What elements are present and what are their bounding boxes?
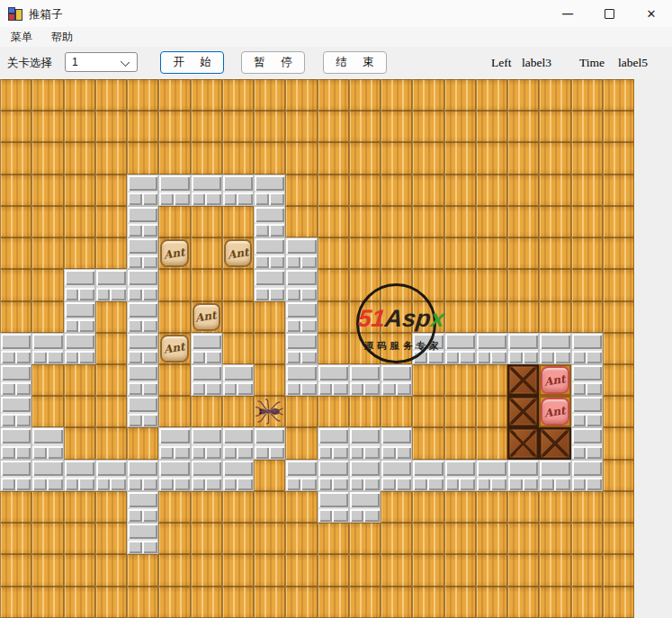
- floor-tile: [95, 554, 127, 586]
- floor-tile: [539, 269, 570, 300]
- floor-tile: [318, 554, 349, 586]
- floor-tile: [254, 333, 285, 364]
- floor-tile: [191, 206, 222, 237]
- wall-tile: [539, 460, 570, 491]
- floor-tile: [95, 237, 127, 269]
- floor-tile: [318, 206, 349, 237]
- wall-tile: [285, 237, 317, 269]
- wall-tile: [127, 301, 158, 333]
- floor-tile: [571, 79, 603, 111]
- floor-tile: [349, 523, 381, 554]
- floor-tile: [0, 175, 31, 206]
- floor-tile: [507, 237, 539, 269]
- floor-tile: [95, 396, 127, 427]
- floor-tile: [31, 79, 63, 111]
- floor-tile: [31, 587, 63, 618]
- maximize-button[interactable]: [588, 0, 630, 27]
- floor-tile: [95, 142, 127, 174]
- floor-tile: [222, 142, 254, 174]
- floor-tile: [95, 206, 127, 237]
- menu-item-main[interactable]: 菜单: [3, 27, 40, 48]
- floor-tile: [603, 142, 634, 174]
- wall-tile: [64, 301, 95, 333]
- game-board[interactable]: AntAntAntAntAnt Ant: [0, 79, 634, 618]
- floor-tile: [444, 396, 476, 427]
- wall-tile: [127, 206, 158, 237]
- floor-tile: [539, 142, 570, 174]
- floor-tile: [507, 175, 539, 206]
- wall-tile: [254, 427, 285, 459]
- floor-tile: [254, 523, 285, 554]
- close-button[interactable]: ✕: [631, 0, 672, 27]
- wall-tile: [285, 460, 317, 491]
- floor-tile: [476, 491, 507, 523]
- floor-tile: [31, 269, 63, 300]
- icon-blue-square: [8, 7, 15, 13]
- wall-tile: [412, 333, 444, 364]
- floor-tile: [158, 587, 190, 618]
- wall-tile: [95, 460, 127, 491]
- floor-tile: [539, 491, 570, 523]
- title-bar[interactable]: 推箱子 — ✕: [0, 0, 672, 27]
- floor-tile: [539, 587, 570, 618]
- level-select-dropdown[interactable]: 1: [65, 52, 138, 72]
- floor-tile: [349, 554, 381, 586]
- floor-tile: [318, 175, 349, 206]
- floor-tile: [191, 142, 222, 174]
- floor-tile: [507, 79, 539, 111]
- floor-tile: [0, 142, 31, 174]
- floor-tile: [222, 111, 254, 142]
- floor-tile: [412, 364, 444, 396]
- floor-tile: [381, 79, 412, 111]
- goal-crate-tile: [507, 396, 539, 427]
- floor-tile: [254, 491, 285, 523]
- floor-tile: [603, 587, 634, 618]
- floor-tile: [603, 427, 634, 459]
- floor-tile: [31, 396, 63, 427]
- floor-tile: [571, 554, 603, 586]
- stop-button[interactable]: 结 束: [323, 51, 387, 74]
- floor-tile: [95, 301, 127, 333]
- chevron-down-icon: [121, 58, 130, 67]
- floor-tile: [0, 237, 31, 269]
- menu-item-help[interactable]: 帮助: [43, 27, 81, 48]
- floor-tile: [0, 206, 31, 237]
- floor-tile: [412, 554, 444, 586]
- floor-tile: [254, 111, 285, 142]
- minimize-button[interactable]: —: [547, 0, 588, 27]
- wall-tile: [254, 175, 285, 206]
- floor-tile: [476, 427, 507, 459]
- floor-tile: [476, 237, 507, 269]
- floor-tile: [349, 333, 381, 364]
- floor-tile: [285, 427, 317, 459]
- start-button[interactable]: 开 始: [160, 51, 224, 74]
- floor-tile: [318, 333, 349, 364]
- level-select-value: 1: [72, 56, 78, 68]
- floor-tile: [127, 142, 158, 174]
- pause-button[interactable]: 暂 停: [241, 51, 305, 74]
- floor-tile: [0, 523, 31, 554]
- floor-tile: [191, 396, 222, 427]
- floor-tile: [285, 111, 317, 142]
- board-right-margin: [634, 79, 672, 618]
- wall-tile: [254, 206, 285, 237]
- floor-tile: [191, 269, 222, 300]
- floor-tile: [476, 523, 507, 554]
- floor-tile: [191, 111, 222, 142]
- floor-tile: [412, 587, 444, 618]
- floor-tile: [603, 175, 634, 206]
- floor-tile: [95, 175, 127, 206]
- floor-tile: [95, 427, 127, 459]
- floor-tile: [381, 269, 412, 300]
- wall-tile: [191, 364, 222, 396]
- close-icon: ✕: [647, 7, 657, 21]
- floor-tile: [95, 491, 127, 523]
- floor-tile: [318, 523, 349, 554]
- floor-tile: [222, 333, 254, 364]
- floor-tile: [254, 587, 285, 618]
- floor-tile: [444, 523, 476, 554]
- floor-tile: [31, 523, 63, 554]
- ant-box: Ant: [160, 239, 188, 267]
- floor-tile: [444, 175, 476, 206]
- floor-tile: [318, 237, 349, 269]
